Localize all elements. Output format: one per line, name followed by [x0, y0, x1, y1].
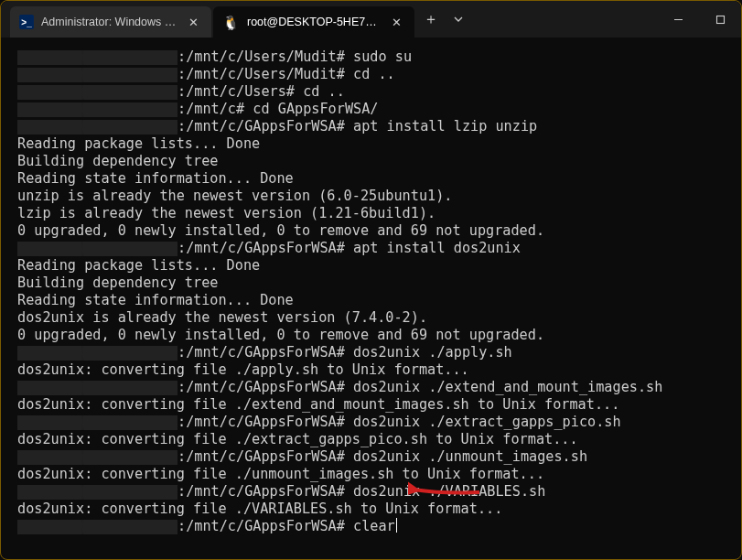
output-line: Reading state information... Done — [17, 292, 725, 309]
output-line: unzip is already the newest version (6.0… — [17, 188, 725, 205]
tab-dropdown-button[interactable] — [446, 1, 471, 38]
output-text: dos2unix: converting file ./unmount_imag… — [17, 466, 544, 483]
output-line: 0 upgraded, 0 newly installed, 0 to remo… — [17, 327, 725, 344]
prompt-line: :/mnt/c/GAppsForWSA# apt install dos2uni… — [17, 240, 725, 257]
command-text: apt install lzip unzip — [345, 118, 537, 135]
command-text: dos2unix ./unmount_images.sh — [345, 448, 587, 466]
command-text: dos2unix ./extract_gapps_pico.sh — [345, 414, 621, 431]
prompt-hostname — [17, 66, 177, 83]
output-line: dos2unix is already the newest version (… — [17, 309, 725, 327]
command-text: apt install dos2unix — [345, 240, 521, 257]
powershell-icon: >_ — [19, 15, 34, 29]
tab-label: Administrator: Windows PowerS — [41, 16, 177, 28]
minimize-icon — [673, 15, 683, 25]
output-line: dos2unix: converting file ./unmount_imag… — [17, 466, 725, 483]
output-line: dos2unix: converting file ./apply.sh to … — [17, 361, 725, 379]
command-text: dos2unix ./apply.sh — [345, 344, 512, 361]
command-text: sudo su — [345, 48, 412, 66]
redacted-hostname — [17, 68, 177, 82]
output-line: Building dependency tree — [17, 153, 725, 170]
window-controls — [657, 1, 741, 38]
prompt-hostname — [17, 118, 177, 135]
command-text: dos2unix ./VARIABLES.sh — [345, 483, 545, 501]
tab-powershell[interactable]: >_Administrator: Windows PowerS✕ — [10, 6, 211, 38]
prompt-hostname — [17, 379, 177, 396]
maximize-icon — [715, 15, 726, 25]
output-line: lzip is already the newest version (1.21… — [17, 205, 725, 222]
prompt-line: :/mnt/c/GAppsForWSA# dos2unix ./unmount_… — [17, 448, 725, 466]
output-text: Building dependency tree — [17, 275, 218, 292]
redacted-hostname — [17, 85, 177, 100]
prompt-hostname — [17, 240, 177, 257]
prompt-path: :/mnt/c/GAppsForWSA# — [177, 118, 345, 135]
output-text: 0 upgraded, 0 newly installed, 0 to remo… — [17, 327, 544, 344]
prompt-path: :/mnt/c/Users/Mudit# — [177, 66, 345, 83]
prompt-hostname — [17, 101, 177, 118]
prompt-hostname — [17, 483, 177, 501]
redacted-hostname — [17, 450, 177, 465]
terminal-window: >_Administrator: Windows PowerS✕🐧root@DE… — [0, 0, 742, 560]
prompt-line: :/mnt/c/Users# cd .. — [17, 83, 725, 101]
prompt-line: :/mnt/c/Users/Mudit# cd .. — [17, 66, 725, 83]
new-tab-button[interactable]: ＋ — [416, 1, 446, 38]
output-text: Reading package lists... Done — [17, 135, 260, 153]
close-tab-button[interactable]: ✕ — [185, 15, 202, 30]
output-line: dos2unix: converting file ./extend_and_m… — [17, 396, 725, 414]
command-text: cd .. — [295, 83, 345, 101]
prompt-hostname — [17, 448, 177, 466]
redacted-hostname — [17, 50, 177, 65]
output-text: dos2unix: converting file ./extract_gapp… — [17, 431, 578, 448]
redacted-hostname — [17, 485, 177, 500]
output-line: Reading package lists... Done — [17, 135, 725, 153]
output-text: Building dependency tree — [17, 153, 218, 170]
redacted-hostname — [17, 415, 177, 430]
output-text: dos2unix is already the newest version (… — [17, 309, 427, 327]
redacted-hostname — [17, 120, 177, 135]
prompt-line: :/mnt/c/GAppsForWSA# dos2unix ./extract_… — [17, 414, 725, 431]
text-cursor — [396, 518, 397, 533]
prompt-line: :/mnt/c/GAppsForWSA# apt install lzip un… — [17, 118, 725, 135]
prompt-hostname — [17, 83, 177, 101]
linux-icon: 🐧 — [222, 16, 240, 29]
command-text: dos2unix ./extend_and_mount_images.sh — [345, 379, 662, 396]
output-text: dos2unix: converting file ./apply.sh to … — [17, 361, 469, 379]
output-text: 0 upgraded, 0 newly installed, 0 to remo… — [17, 222, 544, 240]
prompt-line: :/mnt/c/GAppsForWSA# dos2unix ./VARIABLE… — [17, 483, 725, 501]
prompt-hostname — [17, 344, 177, 361]
output-text: dos2unix: converting file ./extend_and_m… — [17, 396, 619, 414]
prompt-path: :/mnt/c/GAppsForWSA# — [177, 344, 345, 361]
output-text: unzip is already the newest version (6.0… — [17, 188, 452, 205]
tab-wsl[interactable]: 🐧root@DESKTOP-5HE77VO: /mn✕ — [213, 6, 414, 38]
maximize-button[interactable] — [699, 1, 741, 38]
redacted-hostname — [17, 242, 177, 256]
prompt-path: :/mnt/c/GAppsForWSA# — [177, 483, 345, 501]
prompt-path: :/mnt/c/GAppsForWSA# — [177, 448, 345, 466]
output-line: Reading state information... Done — [17, 170, 725, 188]
prompt-line: :/mnt/c/GAppsForWSA# dos2unix ./apply.sh — [17, 344, 725, 361]
minimize-button[interactable] — [657, 1, 699, 38]
prompt-line: :/mnt/c# cd GAppsForWSA/ — [17, 101, 725, 118]
output-line: 0 upgraded, 0 newly installed, 0 to remo… — [17, 222, 725, 240]
terminal-pane[interactable]: :/mnt/c/Users/Mudit# sudo su:/mnt/c/User… — [1, 45, 741, 559]
output-text: dos2unix: converting file ./VARIABLES.sh… — [17, 501, 502, 518]
redacted-hostname — [17, 102, 177, 117]
tab-strip: >_Administrator: Windows PowerS✕🐧root@DE… — [1, 1, 416, 38]
svg-rect-1 — [716, 16, 724, 23]
output-text: Reading package lists... Done — [17, 257, 260, 275]
redacted-hostname — [17, 346, 177, 361]
prompt-path: :/mnt/c/GAppsForWSA# — [177, 414, 345, 431]
close-tab-button[interactable]: ✕ — [388, 15, 405, 30]
prompt-hostname — [17, 518, 177, 535]
chevron-down-icon — [453, 14, 464, 25]
prompt-line: :/mnt/c/GAppsForWSA# dos2unix ./extend_a… — [17, 379, 725, 396]
output-text: lzip is already the newest version (1.21… — [17, 205, 436, 222]
command-text: cd .. — [345, 66, 395, 83]
output-line: dos2unix: converting file ./VARIABLES.sh… — [17, 501, 725, 518]
prompt-line: :/mnt/c/GAppsForWSA# clear — [17, 518, 725, 535]
prompt-path: :/mnt/c/Users# — [177, 83, 295, 101]
tab-label: root@DESKTOP-5HE77VO: /mn — [247, 16, 381, 28]
redacted-hostname — [17, 520, 177, 534]
command-text: cd GAppsForWSA/ — [244, 101, 378, 118]
redacted-hostname — [17, 381, 177, 395]
prompt-hostname — [17, 414, 177, 431]
